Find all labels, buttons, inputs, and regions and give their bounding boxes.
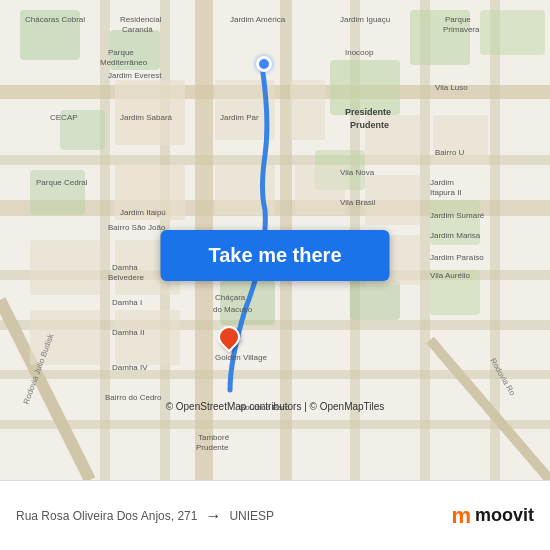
svg-text:Damha IV: Damha IV (112, 363, 148, 372)
svg-text:Carandá: Carandá (122, 25, 153, 34)
svg-text:Mediterrâneo: Mediterrâneo (100, 58, 148, 67)
svg-text:Jardim Paraíso: Jardim Paraíso (430, 253, 484, 262)
svg-text:Jardim Itaipú: Jardim Itaipú (120, 208, 166, 217)
svg-text:Bourbon Parc: Bourbon Parc (240, 403, 289, 412)
svg-text:Parque: Parque (108, 48, 134, 57)
svg-text:Presidente: Presidente (345, 107, 391, 117)
map-container: Chácaras Cobral Residencial Carandá Jard… (0, 0, 550, 480)
svg-text:Jardim Iguaçu: Jardim Iguaçu (340, 15, 390, 24)
svg-text:Jardim Everest: Jardim Everest (108, 71, 162, 80)
svg-text:Primavera: Primavera (443, 25, 480, 34)
moovit-logo: m moovit (451, 503, 534, 529)
route-info: Rua Rosa Oliveira Dos Anjos, 271 → UNIES… (16, 507, 451, 525)
svg-text:Jardim: Jardim (430, 178, 454, 187)
destination-marker (218, 326, 240, 348)
svg-text:Jardim Marisa: Jardim Marisa (430, 231, 481, 240)
svg-text:Itapura II: Itapura II (430, 188, 462, 197)
svg-text:Jardim Par: Jardim Par (220, 113, 259, 122)
svg-text:Bairro do Cedro: Bairro do Cedro (105, 393, 162, 402)
svg-text:Golden Village: Golden Village (215, 353, 267, 362)
svg-text:Prudente: Prudente (196, 443, 229, 452)
svg-rect-34 (115, 310, 180, 365)
svg-text:Vila Brasil: Vila Brasil (340, 198, 376, 207)
bottom-bar: Rua Rosa Oliveira Dos Anjos, 271 → UNIES… (0, 480, 550, 550)
svg-text:Tamboré: Tamboré (198, 433, 230, 442)
svg-text:Residencial: Residencial (120, 15, 162, 24)
arrow-icon: → (205, 507, 221, 525)
svg-text:Bairro São João: Bairro São João (108, 223, 166, 232)
svg-rect-20 (30, 170, 85, 215)
svg-text:Prudente: Prudente (350, 120, 389, 130)
svg-text:CECAP: CECAP (50, 113, 78, 122)
svg-text:do Macuco: do Macuco (213, 305, 253, 314)
svg-rect-9 (0, 370, 550, 379)
svg-rect-43 (433, 115, 488, 165)
from-label: Rua Rosa Oliveira Dos Anjos, 271 (16, 509, 197, 523)
svg-text:Chácaras Cobral: Chácaras Cobral (25, 15, 85, 24)
svg-rect-36 (290, 80, 325, 140)
moovit-text: moovit (475, 505, 534, 526)
svg-rect-10 (0, 420, 550, 429)
svg-text:Damha I: Damha I (112, 298, 142, 307)
to-label: UNIESP (229, 509, 274, 523)
svg-text:Vila Luso: Vila Luso (435, 83, 468, 92)
app: Chácaras Cobral Residencial Carandá Jard… (0, 0, 550, 550)
svg-text:Inocoop: Inocoop (345, 48, 374, 57)
svg-text:Cháçara: Cháçara (215, 293, 246, 302)
svg-rect-16 (490, 0, 500, 480)
svg-text:Vila Aurélio: Vila Aurélio (430, 271, 470, 280)
svg-text:Jardim América: Jardim América (230, 15, 286, 24)
svg-rect-39 (295, 165, 345, 215)
svg-text:Jardim Sumaré: Jardim Sumaré (430, 211, 485, 220)
svg-text:Parque: Parque (445, 15, 471, 24)
take-me-there-button[interactable]: Take me there (160, 230, 389, 281)
svg-text:Bairro U: Bairro U (435, 148, 465, 157)
origin-marker (256, 56, 272, 72)
svg-rect-23 (480, 10, 545, 55)
svg-text:Vila Nova: Vila Nova (340, 168, 375, 177)
svg-text:Parque Cedral: Parque Cedral (36, 178, 88, 187)
svg-text:Jardim Sabará: Jardim Sabará (120, 113, 173, 122)
svg-rect-15 (420, 0, 430, 480)
moovit-m-letter: m (451, 503, 471, 529)
svg-rect-31 (30, 240, 100, 295)
svg-text:Damha II: Damha II (112, 328, 144, 337)
svg-text:Belvedere: Belvedere (108, 273, 145, 282)
svg-rect-26 (350, 280, 400, 320)
svg-text:Damha: Damha (112, 263, 138, 272)
